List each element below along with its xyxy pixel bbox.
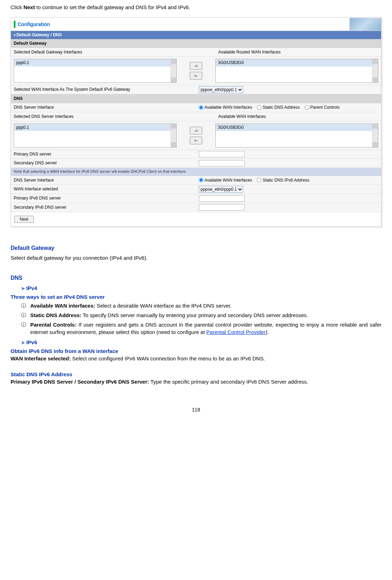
secondary-ipv6-dns-row: Secondary IPv6 DNS server: [11, 203, 381, 212]
move-right-button[interactable]: ->: [190, 62, 202, 70]
dns-dual-list: ppp0.1 -> <- 3G0/USB3G0: [11, 121, 381, 150]
primary-ipv6-dns-label: Primary IPv6 DNS server: [11, 194, 196, 203]
scrollbar[interactable]: [372, 124, 378, 147]
wan-iface-selected-row: WAN Interface selected pppoe_eth0/ppp0.1: [11, 185, 381, 194]
avail-wan-label2: Available WAN Interfaces: [215, 112, 381, 121]
heading-static-ipv6: Static DNS IPv6 Address: [11, 371, 381, 378]
selected-dns-listbox[interactable]: ppp0.1: [14, 124, 177, 147]
config-panel: Configuration Default Gateway / DNS Defa…: [11, 17, 381, 227]
radio-avail-wan[interactable]: Available WAN Interfaces: [199, 105, 252, 111]
intro-text: Click Next to continue to set the defaul…: [11, 4, 381, 11]
list-item[interactable]: ppp0.1: [14, 59, 176, 67]
radio-static-ipv6-input[interactable]: [257, 178, 261, 182]
secondary-dns-row: Secondary DNS server: [11, 159, 381, 168]
dns-dual-header: Selected DNS Server Interfaces Available…: [11, 112, 381, 121]
selected-gw-listbox[interactable]: ppp0.1: [14, 59, 177, 83]
gw-shuttle: -> <-: [177, 59, 215, 83]
dns-server-iface-ipv6-label: DNS Server Interface: [11, 176, 196, 185]
ipv4-ways-list: Available WAN interfaces: Select a desir…: [21, 302, 381, 336]
list-item: Parental Controls: If user registers and…: [21, 321, 381, 336]
primary-ipv6-dns-row: Primary IPv6 DNS server: [11, 194, 381, 203]
ipv6-gw-select[interactable]: pppoe_eth0/ppp0.1: [199, 86, 243, 93]
chevron-ipv6: IPv6: [21, 339, 381, 346]
ipv6-dns-text: Type the specific primary and secondary …: [149, 379, 308, 385]
secondary-ipv6-dns-input[interactable]: [199, 204, 245, 210]
selected-gw-label: Selected Default Gateway Interfaces: [11, 48, 177, 57]
heading-dns: DNS: [11, 274, 381, 282]
dns-server-iface-ipv6-row: DNS Server Interface Available WAN Inter…: [11, 176, 381, 185]
secondary-dns-label: Secondary DNS server: [11, 159, 196, 168]
move-left-button[interactable]: <-: [190, 137, 202, 144]
move-right-button[interactable]: ->: [190, 127, 202, 134]
ipv6-gw-row: Selected WAN Interface As The System Def…: [11, 85, 381, 94]
radio-parent-controls[interactable]: Parent Controls: [305, 105, 340, 111]
para-ipv6-dns: Primary IPv6 DNS Server / Secondary IPv6…: [11, 378, 381, 385]
intro-prefix: Click: [11, 4, 24, 10]
next-button[interactable]: Next: [14, 216, 34, 223]
para-wan-selected: WAN Interface selected: Select one confi…: [11, 355, 381, 362]
radio-static-dns[interactable]: Static DNS Address: [257, 105, 299, 111]
radio-parent-input[interactable]: [305, 105, 309, 110]
radio-avail-wan-ipv6-input[interactable]: [199, 178, 203, 182]
avail-wan-dns-listbox[interactable]: 3G0/USB3G0: [215, 124, 378, 147]
dns-server-iface-row: DNS Server Interface Available WAN Inter…: [11, 103, 381, 112]
dns-shuttle: -> <-: [177, 124, 215, 147]
heading-ipv6-obtain: Obtain IPv6 DNS info from a WAN interfac…: [11, 347, 381, 355]
list-item[interactable]: 3G0/USB3G0: [216, 59, 378, 67]
default-gateway-subheader: Default Gateway: [11, 39, 381, 48]
wan-iface-selected-label: WAN Interface selected: [11, 185, 196, 194]
para-default-gateway: Select default gateway for you connectio…: [11, 254, 381, 261]
primary-dns-input[interactable]: [199, 151, 245, 157]
li3-text-a: If user registers and gets a DNS account…: [30, 322, 381, 335]
scrollbar[interactable]: [171, 124, 176, 147]
config-title: Configuration: [14, 21, 50, 28]
li3-bold: Parental Controls:: [30, 322, 76, 328]
li3-text-b: ).: [266, 329, 269, 335]
wan-sel-bold: WAN Interface selected:: [11, 355, 71, 361]
radio-static-ipv6[interactable]: Static DNS IPv6 Address: [257, 177, 309, 183]
list-item[interactable]: 3G0/USB3G0: [216, 124, 378, 131]
scrollbar[interactable]: [372, 59, 378, 82]
li2-text: To specify DNS server manually by enteri…: [81, 312, 308, 318]
li2-bold: Static DNS Address:: [30, 312, 81, 318]
radio-avail-wan-ipv6[interactable]: Available WAN Interfaces: [199, 177, 252, 183]
primary-dns-row: Primary DNS server: [11, 150, 381, 159]
chevron-ipv4: IPv4: [21, 284, 381, 292]
secondary-dns-input[interactable]: [199, 160, 245, 166]
avail-wan-listbox[interactable]: 3G0/USB3G0: [215, 59, 378, 83]
primary-ipv6-dns-input[interactable]: [199, 195, 245, 202]
selected-dns-label: Selected DNS Server Interfaces: [11, 112, 177, 121]
li1-bold: Available WAN interfaces:: [30, 303, 95, 309]
ipv6-dns-bold: Primary IPv6 DNS Server / Secondary IPv6…: [11, 379, 149, 385]
ipv6-note: Note that selecting a WAN interface for …: [11, 168, 381, 176]
primary-dns-label: Primary DNS server: [11, 150, 196, 159]
intro-bold: Next: [24, 4, 35, 10]
list-item: Available WAN interfaces: Select a desir…: [21, 302, 381, 309]
config-header: Configuration: [11, 18, 381, 31]
header-artwork: [349, 18, 381, 31]
heading-default-gateway: Default Gateway: [11, 244, 381, 252]
heading-ipv4-ways: Three ways to set an IPv4 DNS server: [11, 293, 381, 301]
scrollbar[interactable]: [171, 59, 176, 82]
dns-server-iface-label: DNS Server Interface: [11, 103, 196, 112]
list-item: Static DNS Address: To specify DNS serve…: [21, 311, 381, 319]
section-bar[interactable]: Default Gateway / DNS: [11, 31, 381, 39]
page-number: 118: [11, 406, 381, 414]
intro-suffix: to continue to set the default gateway a…: [35, 4, 190, 10]
wan-iface-select[interactable]: pppoe_eth0/ppp0.1: [199, 186, 243, 193]
ipv6-gw-label: Selected WAN Interface As The System Def…: [11, 85, 196, 94]
gw-dual-header: Selected Default Gateway Interfaces Avai…: [11, 48, 381, 57]
avail-wan-label: Available Routed WAN Interfaces: [215, 48, 381, 57]
dns-subheader: DNS: [11, 94, 381, 103]
radio-static-dns-input[interactable]: [257, 105, 261, 110]
li1-text: Select a desirable WAN interface as the …: [95, 303, 232, 309]
move-left-button[interactable]: <-: [190, 72, 202, 80]
gw-dual-list: ppp0.1 -> <- 3G0/USB3G0: [11, 57, 381, 85]
radio-avail-wan-input[interactable]: [199, 105, 203, 110]
secondary-ipv6-dns-label: Secondary IPv6 DNS server: [11, 203, 196, 212]
wan-sel-text: Select one configured IPv6 WAN connectio…: [71, 355, 265, 361]
parental-control-link[interactable]: Parental Control Provider: [206, 329, 265, 335]
list-item[interactable]: ppp0.1: [14, 124, 176, 131]
